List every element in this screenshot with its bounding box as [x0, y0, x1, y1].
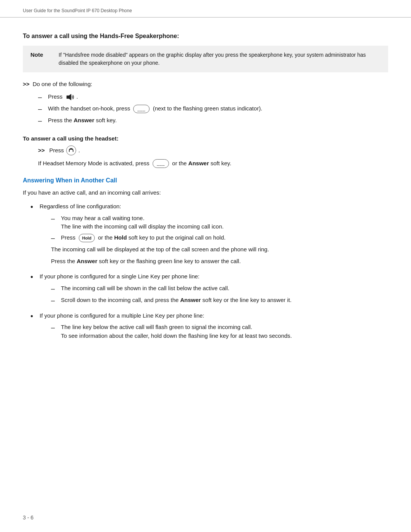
headset-memory-text: If Headset Memory Mode is activated, pre… [38, 159, 388, 168]
page-number: 3 - 6 [23, 514, 33, 521]
continuation-1: The incoming call will be displayed at t… [51, 245, 269, 254]
answering-bullets: • Regardless of line configuration: – Yo… [23, 202, 388, 342]
note-text: If "Handsfree mode disabled" appears on … [59, 51, 381, 67]
note-label: Note [30, 51, 49, 58]
bullet-single-line-key: • If your phone is configured for a sing… [23, 272, 388, 308]
hands-free-section: To answer a call using the Hands-Free Sp… [23, 33, 388, 126]
dash-icon: – [38, 93, 45, 102]
line-key-icon-2: ⎯⎯⎯ [153, 159, 169, 168]
dash-5: – [51, 233, 58, 243]
dash-icon-2: – [38, 104, 45, 114]
dash-8: – [51, 323, 58, 332]
headset-section: To answer a call using the headset: >> P… [23, 135, 388, 168]
sub-bullet-flash-green: – The line key below the active call wil… [40, 323, 292, 340]
continuation-texts: The incoming call will be displayed at t… [51, 245, 269, 265]
answering-another-section: Answering When in Another Call If you ha… [23, 177, 388, 343]
dash-7: – [51, 296, 58, 305]
svg-rect-1 [69, 151, 70, 152]
note-box: Note If "Handsfree mode disabled" appear… [23, 46, 388, 72]
headset-heading: To answer a call using the headset: [23, 135, 388, 142]
hands-free-heading: To answer a call using the Hands-Free Sp… [23, 33, 388, 40]
dash-4: – [51, 214, 58, 224]
continuation-2: Press the Answer soft key or the flashin… [51, 257, 269, 266]
bullet-handset-onhook: – With the handset on-hook, press ⎯⎯⎯ (n… [23, 104, 388, 114]
svg-rect-2 [73, 151, 73, 152]
dash-6: – [51, 284, 58, 294]
double-arrow-2: >> [38, 147, 45, 153]
single-line-sub-bullets: – The incoming call will be shown in the… [40, 284, 292, 305]
multiple-line-sub-bullets: – The line key below the active call wil… [40, 323, 292, 340]
answering-another-intro: If you have an active call, and an incom… [23, 189, 388, 197]
bullet-press-speaker: – Press . [23, 93, 388, 102]
bullet-multiple-line-key: • If your phone is configured for a mult… [23, 312, 388, 343]
bullet-dot-3: • [30, 312, 37, 321]
speaker-icon [66, 93, 76, 101]
do-one-text: >> Do one of the following: [23, 81, 388, 87]
bullet-dot-1: • [30, 202, 37, 211]
answering-another-heading: Answering When in Another Call [23, 177, 388, 184]
headset-icon [66, 145, 76, 155]
sub-bullet-scroll-down: – Scroll down to the incoming call, and … [40, 296, 292, 305]
double-arrow: >> [23, 81, 30, 87]
sub-bullet-press-hold: – Press Hold or the Hold soft key to put… [40, 233, 269, 243]
hands-free-bullets: – Press . – With the hand [23, 93, 388, 126]
bullet-regardless: • Regardless of line configuration: – Yo… [23, 202, 388, 268]
page-header: User Guide for the SoundPoint IP 670 Des… [0, 0, 411, 18]
bullet-dot-2: • [30, 272, 37, 281]
line-key-icon: ⎯⎯⎯ [133, 105, 150, 113]
sub-bullet-waiting-tone: – You may hear a call waiting tone.The l… [40, 214, 269, 231]
hold-button-icon: Hold [79, 234, 95, 243]
regardless-sub-bullets: – You may hear a call waiting tone.The l… [40, 214, 269, 243]
bullet-answer-softkey: – Press the Answer soft key. [23, 116, 388, 126]
page-content: To answer a call using the Hands-Free Sp… [0, 18, 411, 374]
header-text: User Guide for the SoundPoint IP 670 Des… [23, 8, 132, 13]
sub-bullet-call-list: – The incoming call will be shown in the… [40, 284, 292, 294]
dash-icon-3: – [38, 116, 45, 126]
svg-marker-0 [67, 94, 71, 100]
headset-press-row: >> Press . [38, 145, 388, 155]
